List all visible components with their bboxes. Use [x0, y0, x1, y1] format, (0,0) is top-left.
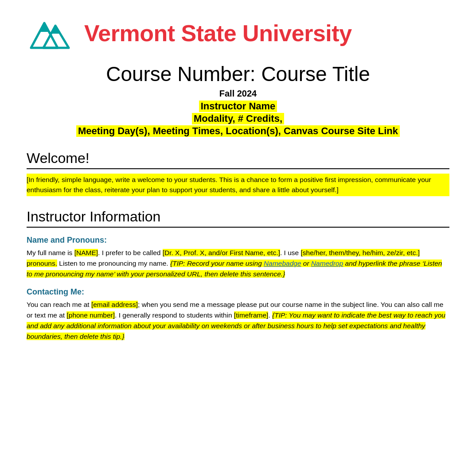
meeting-info: Meeting Day(s), Meeting Times, Location(…	[76, 125, 400, 137]
contacting-subheading: Contacting Me:	[27, 287, 449, 297]
name-pronouns-subheading: Name and Pronouns:	[27, 236, 449, 245]
namedrop-link[interactable]: Namedrop	[311, 260, 343, 267]
phone-placeholder: [phone number]	[66, 311, 115, 319]
contacting-body: You can reach me at [email address]; whe…	[27, 299, 449, 342]
page-header: Vermont State University	[27, 13, 449, 53]
welcome-body: [In friendly, simple language, write a w…	[27, 174, 449, 196]
course-title: Course Number: Course Title	[27, 62, 449, 86]
namebadge-link[interactable]: Namebadge	[264, 260, 301, 267]
timeframe-placeholder: [timeframe]	[234, 311, 269, 319]
vsu-logo-icon	[27, 13, 75, 53]
name-tip: {TIP: Record your name using Namebadge o…	[27, 260, 442, 278]
instructor-info-heading: Instructor Information	[27, 209, 449, 228]
instructor-name: Instructor Name	[199, 101, 277, 112]
modality: Modality, # Credits,	[192, 113, 284, 124]
name-pronouns-body: My full name is [NAME]. I prefer to be c…	[27, 248, 449, 279]
name-placeholder: [NAME]	[74, 249, 98, 256]
preferred-name-placeholder: [Dr. X, Prof. X, and/or First Name, etc.…	[163, 249, 280, 256]
welcome-heading: Welcome!	[27, 150, 449, 169]
course-title-section: Course Number: Course Title Fall 2024 In…	[27, 62, 449, 137]
welcome-section: Welcome! [In friendly, simple language, …	[27, 150, 449, 196]
instructor-info-section: Instructor Information Name and Pronouns…	[27, 209, 449, 342]
university-name: Vermont State University	[84, 20, 352, 46]
semester: Fall 2024	[27, 89, 449, 99]
course-header-lines: Instructor Name Modality, # Credits, Mee…	[27, 101, 449, 137]
email-placeholder: [email address]	[91, 301, 138, 308]
